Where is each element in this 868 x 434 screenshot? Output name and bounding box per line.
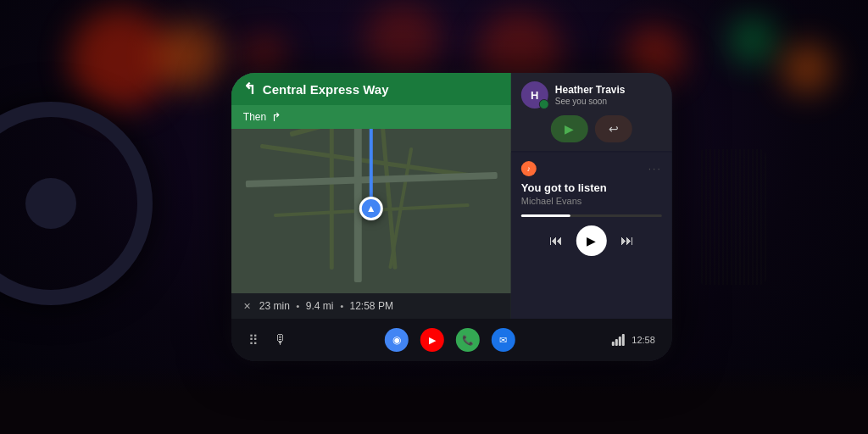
phone-app-button[interactable]: 📞 (456, 328, 480, 352)
decline-call-button[interactable]: ↩ (595, 115, 632, 142)
dashboard-texture (0, 366, 868, 434)
signal-bar-3 (619, 337, 621, 346)
direction-arrow-icon: ↰ (243, 80, 256, 98)
play-pause-button[interactable]: ▶ (576, 225, 607, 256)
then-arrow-icon: ↱ (271, 110, 281, 124)
road-3 (329, 122, 333, 270)
music-progress-bar[interactable] (521, 214, 662, 217)
location-marker: ▲ (359, 197, 383, 220)
main-area: ↰ Central Express Way Then ↱ ▲ (231, 73, 672, 319)
caller-initial: H (531, 89, 538, 102)
caller-name: Heather Travis (555, 84, 662, 96)
trip-info-bar: ✕ 23 min 9.4 mi 12:58 PM (231, 293, 511, 319)
direction-bar: ↰ Central Express Way (231, 73, 511, 105)
taskbar-right: 12:58 (612, 334, 655, 346)
then-bar: Then ↱ (231, 105, 511, 129)
bokeh-light-7 (364, 4, 441, 81)
phone-app-icon: 📞 (462, 335, 474, 346)
music-options-icon: ··· (648, 163, 662, 175)
call-header: H Heather Travis See you soon (521, 81, 662, 108)
caller-avatar: H (521, 81, 548, 108)
trip-duration: 23 min (259, 300, 290, 312)
call-actions: ▶ ↩ (521, 115, 662, 142)
music-app-icon: ♪ (521, 161, 537, 176)
status-bar-time: 12:58 (632, 335, 655, 345)
screen-content: ↰ Central Express Way Then ↱ ▲ (231, 73, 672, 361)
signal-strength-icon (612, 334, 625, 346)
trip-arrival-time: 12:58 PM (350, 300, 393, 312)
speaker-grille (698, 149, 766, 285)
maps-app-icon: ◉ (392, 334, 401, 346)
taskbar-apps: ◉ ▶ 📞 ✉ (385, 328, 515, 352)
next-track-button[interactable]: ⏭ (620, 233, 634, 248)
signal-bar-2 (615, 339, 618, 346)
decline-icon: ↩ (609, 122, 619, 136)
caller-info: Heather Travis See you soon (555, 84, 662, 105)
song-artist: Michael Evans (521, 196, 662, 206)
messages-app-button[interactable]: ✉ (492, 328, 515, 352)
app-grid-icon[interactable]: ⠿ (248, 332, 259, 348)
previous-track-button[interactable]: ⏮ (549, 233, 563, 248)
then-label: Then (243, 111, 266, 123)
separator-dot-1 (297, 305, 299, 308)
taskbar-left: ⠿ 🎙 (248, 332, 287, 348)
separator-dot-2 (341, 305, 343, 308)
maps-app-button[interactable]: ◉ (385, 328, 409, 352)
map-section[interactable]: ↰ Central Express Way Then ↱ ▲ (231, 73, 511, 319)
music-card-header: ♪ ··· (521, 161, 662, 176)
call-card: H Heather Travis See you soon ▶ ↩ (511, 73, 672, 151)
youtube-app-icon: ▶ (429, 335, 436, 346)
music-progress-fill (521, 214, 570, 217)
bokeh-light-6 (782, 43, 832, 94)
close-icon[interactable]: ✕ (243, 301, 251, 312)
microphone-icon[interactable]: 🎙 (274, 332, 287, 348)
answer-icon: ▶ (565, 122, 574, 136)
signal-bar-1 (612, 342, 615, 346)
music-controls: ⏮ ▶ ⏭ (521, 225, 662, 256)
song-title: You got to listen (521, 181, 662, 194)
signal-bar-4 (622, 334, 625, 346)
bokeh-light-8 (243, 35, 286, 77)
navigation-header: ↰ Central Express Way Then ↱ (231, 73, 511, 129)
marker-circle: ▲ (359, 197, 383, 220)
youtube-app-button[interactable]: ▶ (420, 328, 444, 352)
right-panel: H Heather Travis See you soon ▶ ↩ (511, 73, 672, 319)
music-card: ♪ ··· You got to listen Michael Evans ⏮ … (511, 153, 672, 319)
play-icon: ▶ (587, 234, 596, 248)
caller-status: See you soon (555, 97, 662, 106)
android-auto-screen: ↰ Central Express Way Then ↱ ▲ (231, 73, 672, 361)
answer-call-button[interactable]: ▶ (551, 115, 588, 142)
marker-arrow-icon: ▲ (366, 203, 376, 214)
taskbar: ⠿ 🎙 ◉ ▶ 📞 ✉ (231, 319, 672, 361)
trip-distance: 9.4 mi (306, 300, 334, 312)
messages-app-icon: ✉ (499, 335, 507, 346)
direction-street-name: Central Express Way (263, 82, 389, 97)
bokeh-light-2 (156, 22, 224, 90)
